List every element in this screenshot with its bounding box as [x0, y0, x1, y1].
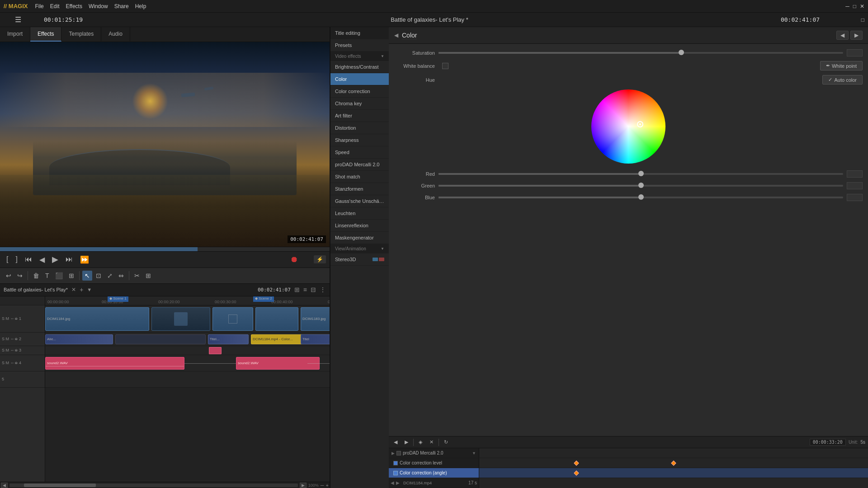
redo-btn[interactable]: ↪ — [15, 271, 25, 281]
text-btn[interactable]: T — [43, 271, 52, 281]
kf-row-2[interactable]: Color correction level — [389, 458, 479, 468]
zoom-in-btn[interactable]: + — [326, 483, 329, 488]
move-tool[interactable]: ⤢ — [105, 271, 115, 281]
nav-chroma-key[interactable]: Chroma key — [330, 98, 389, 110]
menu-effects[interactable]: Effects — [66, 3, 82, 9]
nav-linsen[interactable]: Linsenreflexion — [330, 220, 389, 232]
kf-nav-next[interactable]: ▶ — [396, 480, 400, 485]
red-slider[interactable] — [439, 173, 843, 175]
view-options-1[interactable]: ⊞ — [294, 286, 300, 293]
kf-delete-btn[interactable]: ✕ — [427, 438, 436, 446]
kf-arrow-1[interactable]: ▼ — [472, 451, 476, 455]
kf-next-btn[interactable]: ▶ — [402, 438, 410, 446]
menu-edit[interactable]: Edit — [50, 3, 60, 9]
tab-templates[interactable]: Templates — [61, 27, 101, 42]
zoom-out-btn[interactable]: ─ — [321, 483, 324, 488]
nav-title-editing[interactable]: Title editing — [330, 27, 389, 39]
prev-frame-btn[interactable]: ⏮ — [22, 254, 35, 264]
select-tool[interactable]: ⊡ — [94, 271, 104, 281]
play-back-btn[interactable]: ◀ — [37, 254, 47, 265]
cut-tool[interactable]: ✂ — [132, 271, 142, 281]
clip-v1-5[interactable]: DCIM1183.jpg — [301, 307, 330, 331]
blue-slider[interactable] — [439, 197, 843, 198]
play-btn[interactable]: ▶ — [49, 253, 61, 265]
clip-v1-3[interactable] — [212, 307, 253, 331]
nav-presets[interactable]: Presets — [330, 39, 389, 52]
clip-a4-1[interactable]: sound2.WAV — [45, 357, 184, 370]
cursor-tool[interactable]: ↖ — [82, 271, 92, 281]
maximize-btn[interactable]: □ — [853, 3, 856, 9]
nav-sharpness[interactable]: Sharpness — [330, 134, 389, 146]
blue-thumb[interactable] — [638, 194, 644, 200]
nav-color-correction[interactable]: Color correction — [330, 85, 389, 98]
green-slider[interactable] — [439, 185, 843, 187]
tab-audio[interactable]: Audio — [101, 27, 130, 42]
view-options-2[interactable]: ≡ — [303, 286, 307, 293]
nav-brightness[interactable]: Brightness/Contrast — [330, 61, 389, 73]
panel-next-btn[interactable]: ▶ — [850, 31, 863, 40]
kf-expand-1[interactable]: ▶ — [392, 451, 395, 455]
tab-effects[interactable]: Effects — [30, 27, 61, 42]
mark-out-btn[interactable]: ] — [13, 254, 20, 264]
kf-nav-prev[interactable]: ◀ — [391, 480, 394, 485]
next-frame-btn[interactable]: ⏭ — [63, 254, 75, 264]
delete-btn[interactable]: 🗑 — [31, 271, 42, 281]
insert-tool[interactable]: ⊞ — [143, 271, 153, 281]
tab-import[interactable]: Import — [0, 27, 30, 42]
nav-shot-match[interactable]: Shot match — [330, 171, 389, 183]
end-btn[interactable]: ⏩ — [77, 254, 92, 265]
clip-t2-1[interactable]: Alie... — [45, 334, 113, 344]
scrollbar-thumb[interactable] — [24, 483, 96, 487]
minimize-btn[interactable]: ─ — [845, 3, 849, 9]
clip-v1-4[interactable] — [255, 307, 298, 331]
nav-masken[interactable]: Maskengenerator — [330, 232, 389, 244]
nav-distortion[interactable]: Distortion — [330, 122, 389, 134]
nav-prodad[interactable]: proDAD Mercalli 2.0 — [330, 159, 389, 171]
kf-check-1[interactable] — [396, 451, 401, 455]
kf-check-3[interactable] — [393, 471, 398, 475]
panel-prev-btn[interactable]: ◀ — [836, 31, 849, 40]
white-point-btn[interactable]: ✒ White point — [820, 61, 863, 70]
undo-btn[interactable]: ↩ — [4, 271, 14, 281]
green-thumb[interactable] — [638, 183, 644, 188]
timeline-scrollbar[interactable]: ◀ ▶ 100% ─ + — [0, 482, 330, 488]
menu-share[interactable]: Share — [114, 3, 129, 9]
nav-color[interactable]: Color — [330, 73, 389, 85]
nav-speed[interactable]: Speed — [330, 146, 389, 159]
white-balance-checkbox[interactable] — [442, 63, 448, 69]
nav-gauss[interactable]: Gauss'sche Unschärfe — [330, 195, 389, 207]
blue-value[interactable]: 50 — [847, 194, 863, 201]
close-btn[interactable]: ✕ — [860, 3, 864, 9]
scroll-left-btn[interactable]: ◀ — [1, 483, 8, 488]
green-value[interactable]: 50 — [847, 182, 863, 189]
stretch-tool[interactable]: ⇔ — [116, 271, 126, 281]
add-track-btn[interactable]: + — [80, 286, 83, 293]
record-btn[interactable]: ⏺ — [288, 254, 301, 265]
track-content[interactable]: 00:00:00:00 00:00:10:00 00:00:20:00 00:0… — [45, 296, 330, 482]
clip-fx3-1[interactable] — [209, 347, 222, 354]
auto-color-btn[interactable]: ✓ Auto color — [822, 75, 863, 84]
scrub-bar[interactable] — [0, 247, 330, 251]
kf-row-3[interactable]: Color correction (angle) — [389, 468, 479, 478]
nav-art-filter[interactable]: Art filter — [330, 110, 389, 122]
snap-btn[interactable]: ⚡ — [314, 255, 326, 263]
scene-btn[interactable]: ⬛ — [53, 271, 65, 281]
clip-t2-3[interactable]: Titel... — [208, 334, 249, 344]
saturation-slider[interactable] — [439, 52, 843, 54]
view-options-3[interactable]: ⊟ — [311, 286, 316, 293]
clip-t2-5[interactable]: Titel — [301, 334, 330, 344]
kf-row-1[interactable]: ▶ proDAD Mercalli 2.0 ▼ — [389, 448, 479, 458]
kf-check-2[interactable] — [393, 461, 398, 465]
color-wheel[interactable] — [590, 88, 667, 165]
nav-stereo3d[interactable]: Stereo3D — [330, 253, 389, 266]
kf-loop-btn[interactable]: ↻ — [442, 438, 450, 446]
mark-in-btn[interactable]: [ — [4, 254, 11, 264]
close-project-icon[interactable]: ✕ — [71, 286, 76, 293]
nav-stanzformen[interactable]: Stanzformen — [330, 183, 389, 195]
menu-help[interactable]: Help — [135, 3, 146, 9]
view-options-4[interactable]: ⋮ — [320, 286, 326, 293]
track-options-icon[interactable]: ▼ — [87, 287, 92, 292]
kf-diamond-2[interactable] — [671, 460, 676, 465]
clip-v1-2[interactable] — [151, 307, 210, 331]
menu-file[interactable]: File — [35, 3, 43, 9]
